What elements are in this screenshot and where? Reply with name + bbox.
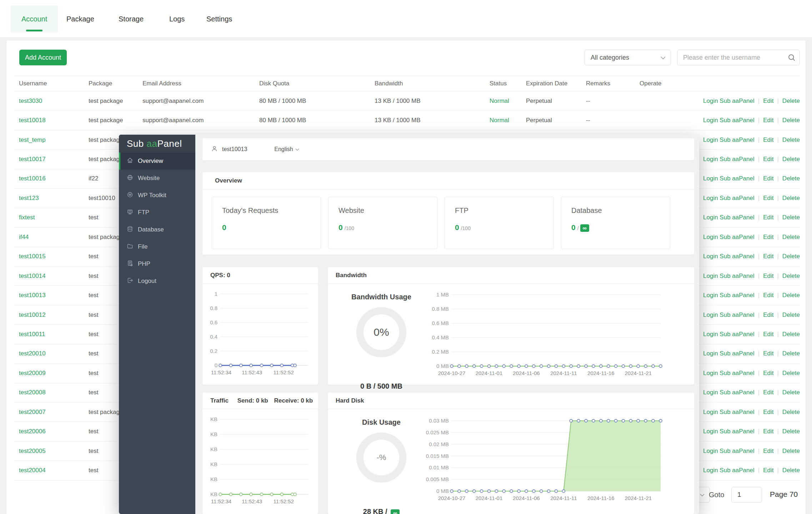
sidebar-item-file[interactable]: File [119,238,195,255]
edit-link[interactable]: Edit [763,292,773,299]
username-link[interactable]: test20005 [14,448,89,455]
edit-link[interactable]: Edit [763,156,773,163]
username-link[interactable]: test10011 [14,331,89,338]
login-sub-aapanel-link[interactable]: Login Sub aaPanel [703,350,755,357]
tab-storage[interactable]: Storage [119,5,144,33]
edit-link[interactable]: Edit [763,350,773,357]
edit-link[interactable]: Edit [763,311,773,318]
edit-link[interactable]: Edit [763,273,773,279]
login-sub-aapanel-link[interactable]: Login Sub aaPanel [703,98,755,104]
login-sub-aapanel-link[interactable]: Login Sub aaPanel [703,156,755,163]
delete-link[interactable]: Delete [782,273,800,279]
login-sub-aapanel-link[interactable]: Login Sub aaPanel [703,234,755,240]
login-sub-aapanel-link[interactable]: Login Sub aaPanel [703,467,755,474]
username-link[interactable]: test20007 [14,409,89,416]
delete-link[interactable]: Delete [782,448,800,454]
username-link[interactable]: test20009 [14,370,89,377]
edit-link[interactable]: Edit [763,136,773,143]
username-link[interactable]: test10017 [14,156,89,163]
tab-logs[interactable]: Logs [169,5,185,33]
username-link[interactable]: test20008 [14,389,89,396]
delete-link[interactable]: Delete [782,370,800,376]
edit-link[interactable]: Edit [763,195,773,201]
username-link[interactable]: test20006 [14,428,89,435]
delete-link[interactable]: Delete [782,175,800,182]
login-sub-aapanel-link[interactable]: Login Sub aaPanel [703,253,755,260]
delete-link[interactable]: Delete [782,234,800,240]
edit-link[interactable]: Edit [763,234,773,240]
search-icon[interactable] [788,54,796,63]
delete-link[interactable]: Delete [782,253,800,260]
delete-link[interactable]: Delete [782,350,800,357]
login-sub-aapanel-link[interactable]: Login Sub aaPanel [703,117,755,124]
sidebar-item-wp-toolkit[interactable]: WWP Toolkit [119,187,195,204]
edit-link[interactable]: Edit [763,428,773,435]
delete-link[interactable]: Delete [782,389,800,396]
username-link[interactable]: test10016 [14,175,89,182]
username-link[interactable]: if44 [14,234,89,241]
add-account-button[interactable]: Add Account [19,50,67,65]
edit-link[interactable]: Edit [763,253,773,260]
edit-link[interactable]: Edit [763,389,773,396]
username-link[interactable]: test10015 [14,253,89,260]
tab-settings[interactable]: Settings [206,5,232,33]
login-sub-aapanel-link[interactable]: Login Sub aaPanel [703,331,755,338]
login-sub-aapanel-link[interactable]: Login Sub aaPanel [703,273,755,279]
search-input[interactable] [677,50,800,65]
login-sub-aapanel-link[interactable]: Login Sub aaPanel [703,214,755,221]
login-sub-aapanel-link[interactable]: Login Sub aaPanel [703,136,755,143]
delete-link[interactable]: Delete [782,409,800,415]
sidebar-item-website[interactable]: Website [119,170,195,187]
login-sub-aapanel-link[interactable]: Login Sub aaPanel [703,311,755,318]
goto-page-input[interactable] [731,487,762,503]
sidebar-item-overview[interactable]: Overview [119,153,195,170]
delete-link[interactable]: Delete [782,331,800,338]
username-link[interactable]: fixtest [14,214,89,221]
tab-package[interactable]: Package [66,5,94,33]
username-link[interactable]: test20004 [14,467,89,474]
username-link[interactable]: test20010 [14,350,89,357]
delete-link[interactable]: Delete [782,467,800,474]
login-sub-aapanel-link[interactable]: Login Sub aaPanel [703,448,755,454]
login-sub-aapanel-link[interactable]: Login Sub aaPanel [703,428,755,435]
delete-link[interactable]: Delete [782,156,800,163]
edit-link[interactable]: Edit [763,175,773,182]
login-sub-aapanel-link[interactable]: Login Sub aaPanel [703,409,755,415]
sidebar-item-database[interactable]: Database [119,221,195,238]
delete-link[interactable]: Delete [782,428,800,435]
username-link[interactable]: test10018 [14,117,89,124]
edit-link[interactable]: Edit [763,214,773,221]
delete-link[interactable]: Delete [782,136,800,143]
edit-link[interactable]: Edit [763,409,773,415]
username-link[interactable]: test10014 [14,273,89,280]
edit-link[interactable]: Edit [763,98,773,104]
login-sub-aapanel-link[interactable]: Login Sub aaPanel [703,195,755,201]
sidebar-item-ftp[interactable]: FTP [119,204,195,221]
username-link[interactable]: test10013 [14,292,89,299]
login-sub-aapanel-link[interactable]: Login Sub aaPanel [703,370,755,376]
edit-link[interactable]: Edit [763,467,773,474]
delete-link[interactable]: Delete [782,292,800,299]
language-select[interactable]: English [274,146,299,153]
edit-link[interactable]: Edit [763,331,773,338]
username-link[interactable]: test_temp [14,136,89,144]
edit-link[interactable]: Edit [763,448,773,454]
login-sub-aapanel-link[interactable]: Login Sub aaPanel [703,389,755,396]
tab-account[interactable]: Account [11,5,58,33]
edit-link[interactable]: Edit [763,117,773,124]
login-sub-aapanel-link[interactable]: Login Sub aaPanel [703,292,755,299]
username-link[interactable]: test3030 [14,98,89,105]
delete-link[interactable]: Delete [782,311,800,318]
delete-link[interactable]: Delete [782,98,800,104]
category-filter-select[interactable]: All categories [585,50,671,65]
delete-link[interactable]: Delete [782,195,800,201]
delete-link[interactable]: Delete [782,214,800,221]
link-separator: | [758,311,760,318]
sidebar-item-php[interactable]: PHP [119,255,195,273]
edit-link[interactable]: Edit [763,370,773,376]
username-link[interactable]: test123 [14,195,89,202]
delete-link[interactable]: Delete [782,117,800,124]
sidebar-item-logout[interactable]: Logout [119,273,195,290]
username-link[interactable]: test10012 [14,311,89,319]
login-sub-aapanel-link[interactable]: Login Sub aaPanel [703,175,755,182]
